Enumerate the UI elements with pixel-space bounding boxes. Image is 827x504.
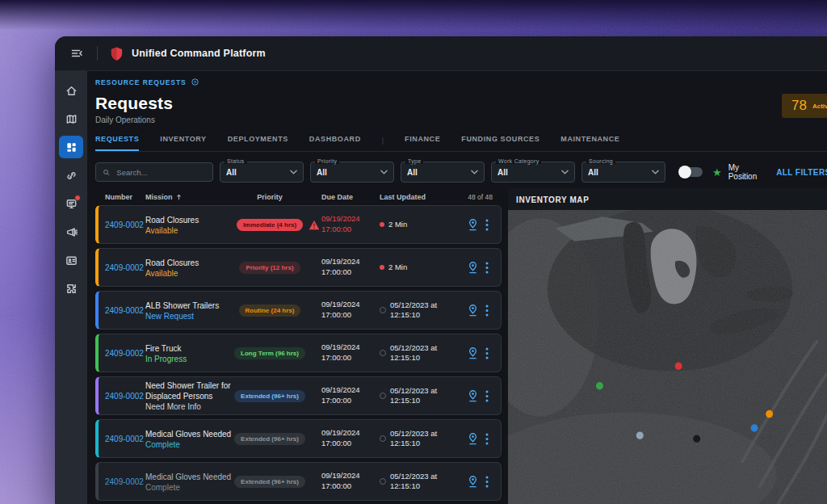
locate-on-map-button[interactable] [464, 218, 481, 231]
row-menu-button[interactable] [481, 390, 493, 402]
menu-collapse-icon [70, 47, 83, 60]
filter-select-priority[interactable]: PriorityAll [310, 162, 394, 183]
inventory-map[interactable] [508, 210, 827, 504]
search-input[interactable] [115, 167, 206, 178]
timestamp-ring-icon [380, 393, 386, 399]
request-number[interactable]: 2409-0002 [105, 220, 145, 229]
table-row[interactable]: 2409-0002Medical Gloves NeededCompleteEx… [95, 462, 502, 501]
breadcrumb-label: RESOURCE REQUESTS [95, 78, 187, 86]
column-header-priority[interactable]: Priority [233, 193, 307, 201]
warning-icon [309, 220, 320, 230]
pin-drop-icon [467, 218, 479, 231]
app-title: Unified Command Platform [132, 48, 266, 59]
row-count: 48 of 48 [464, 193, 493, 201]
tab-requests[interactable]: REQUESTS [95, 135, 139, 151]
marker-blue[interactable] [751, 424, 758, 431]
filter-select-sourcing[interactable]: SourcingAll [581, 162, 665, 183]
sidebar-item-board[interactable] [59, 192, 83, 215]
table-row[interactable]: 2409-0002ALB Shower TrailersNew RequestR… [95, 291, 502, 330]
marker-black[interactable] [693, 435, 700, 443]
row-menu-button[interactable] [481, 219, 493, 231]
tab-inventory[interactable]: INVENTORY [160, 135, 206, 151]
kebab-menu-icon [485, 347, 489, 359]
column-header-number[interactable]: Number [105, 193, 145, 201]
sidebar-item-home[interactable] [59, 79, 83, 102]
request-number[interactable]: 2409-0002 [105, 435, 145, 443]
sidebar-item-apps[interactable] [59, 136, 83, 158]
filter-select-type[interactable]: TypeAll [401, 162, 485, 183]
tab-deployments[interactable]: DEPLOYMENTS [228, 135, 288, 151]
row-menu-button[interactable] [481, 433, 493, 445]
pin-drop-icon [467, 475, 479, 488]
all-filters-button[interactable]: ALL FILTERS [776, 168, 827, 177]
mission-cell: Need Shower Trailer for Displaced Person… [145, 380, 233, 411]
inventory-map-title: INVENTORY MAP [508, 188, 827, 210]
locate-on-map-button[interactable] [464, 346, 481, 359]
locate-on-map-button[interactable] [464, 261, 481, 274]
select-label: Work Category [496, 158, 541, 164]
mission-status: Complete [145, 483, 233, 492]
table-row[interactable]: 2409-0002Need Shower Trailer for Displac… [95, 376, 502, 415]
marker-slate[interactable] [636, 431, 644, 439]
mission-cell: Fire TruckIn Progress [145, 343, 233, 363]
kebab-menu-icon [485, 219, 489, 231]
page-subtitle: Daily Operations [95, 116, 827, 124]
sidebar-item-map[interactable] [59, 107, 83, 130]
close-circle-icon[interactable] [191, 78, 199, 86]
row-menu-button[interactable] [481, 262, 493, 274]
chevron-down-icon [652, 170, 659, 174]
column-header-mission[interactable]: Mission [145, 193, 233, 201]
link-icon [65, 170, 78, 182]
request-number[interactable]: 2409-0002 [105, 306, 145, 315]
sidebar-item-contact[interactable] [59, 249, 83, 271]
request-number[interactable]: 2409-0002 [105, 263, 145, 272]
request-number[interactable]: 2409-0002 [105, 477, 145, 486]
page-title: Requests [95, 94, 827, 113]
row-menu-button[interactable] [481, 476, 493, 488]
toggle-knob [678, 166, 691, 178]
locate-on-map-button[interactable] [464, 304, 481, 317]
locate-on-map-button[interactable] [464, 475, 481, 488]
table-row[interactable]: 2409-0002Road ClosuresAvailablePriority … [95, 248, 502, 287]
mission-name: ALB Shower Trailers [145, 300, 233, 311]
marker-red[interactable] [675, 363, 682, 370]
filter-select-work-category[interactable]: Work CategoryAll [491, 162, 575, 183]
marker-orange[interactable] [766, 410, 773, 418]
kebab-menu-icon [485, 390, 489, 402]
tab-finance[interactable]: FINANCE [405, 135, 440, 151]
sidebar-item-announce[interactable] [59, 220, 83, 243]
sidebar-item-link[interactable] [59, 164, 83, 187]
column-header-last-updated[interactable]: Last Updated [380, 193, 464, 201]
search-box[interactable] [95, 162, 213, 182]
tab-funding-sources[interactable]: FUNDING SOURCES [461, 135, 539, 151]
last-updated-cell: 05/12/2023 at12:15:10 [380, 386, 464, 406]
tab-dashboard[interactable]: DASHBOARD [309, 135, 361, 151]
locate-on-map-button[interactable] [464, 432, 481, 445]
pin-drop-icon [467, 389, 479, 402]
mission-name: Road Closures [145, 215, 233, 225]
breadcrumb-chip[interactable]: RESOURCE REQUESTS [95, 78, 827, 86]
table-row[interactable]: 2409-0002Road ClosuresAvailableImmediate… [95, 205, 502, 244]
row-menu-button[interactable] [481, 304, 493, 317]
column-header-due-date[interactable]: Due Date [321, 193, 380, 201]
sidebar-collapse-button[interactable] [63, 42, 90, 65]
table-row[interactable]: 2409-0002Fire TruckIn ProgressLong Term … [95, 334, 502, 372]
marker-green[interactable] [596, 382, 603, 389]
priority-chip: Immediate (4 hrs) [237, 219, 303, 231]
my-position-toggle[interactable] [680, 167, 703, 177]
sidebar-item-integrations[interactable] [59, 277, 83, 300]
request-number[interactable]: 2409-0002 [105, 392, 145, 401]
last-updated-cell: 05/12/2023 at12:15:10 [380, 429, 464, 449]
row-menu-button[interactable] [481, 347, 493, 359]
last-updated-text: 2 Min [388, 262, 407, 272]
locate-on-map-button[interactable] [464, 389, 481, 402]
filter-select-status[interactable]: StatusAll [220, 162, 304, 183]
home-icon [65, 85, 78, 97]
table-row[interactable]: 2409-0002Medical Gloves NeededCompleteEx… [95, 419, 502, 458]
chevron-down-icon [380, 170, 388, 174]
shield-logo-icon [109, 46, 124, 61]
request-number[interactable]: 2409-0002 [105, 349, 145, 358]
priority-chip: Routine (24 hrs) [239, 304, 301, 317]
mission-cell: Medical Gloves NeededComplete [145, 429, 233, 449]
tab-maintenance[interactable]: MAINTENANCE [560, 135, 619, 151]
